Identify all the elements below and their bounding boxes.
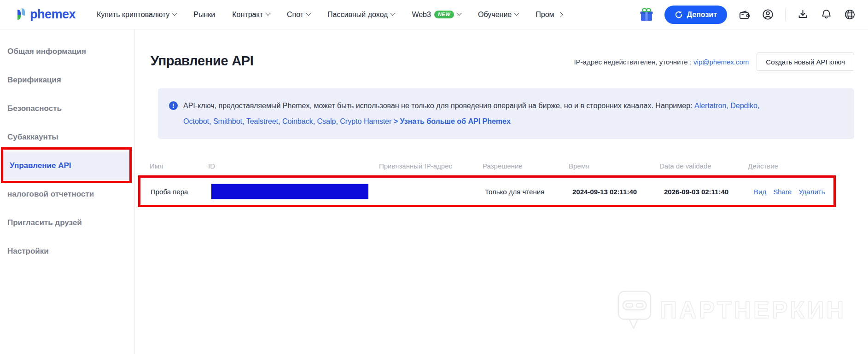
- api-key-name: Проба пера: [151, 187, 188, 195]
- banner-line-1: API-ключ, предоставляемый Phemex, может …: [183, 98, 759, 114]
- watermark: ПАРТНЕРКИН: [617, 290, 846, 330]
- sidebar-item-security[interactable]: Безопасность: [0, 94, 134, 123]
- api-key-table-row: Проба пера Только для чтения 2024-09-13 …: [138, 175, 836, 207]
- column-header-name: Имя: [150, 162, 163, 170]
- nav-passive-income[interactable]: Пассивный доход: [327, 11, 395, 19]
- deposit-refresh-icon: [675, 11, 683, 19]
- nav-web3[interactable]: Web3 NEW: [412, 11, 461, 19]
- partner-links[interactable]: Octobot, Smithbot, Tealstreet, Coinback,…: [183, 117, 394, 125]
- title-right-group: IP-адрес недействителен, уточните : vip@…: [574, 52, 854, 71]
- chevron-down-icon: [306, 11, 311, 16]
- chevron-down-icon: [172, 11, 177, 16]
- sidebar-item-subaccounts[interactable]: Субаккаунты: [0, 123, 134, 151]
- sidebar-item-tax-reporting[interactable]: налоговой отчетности: [0, 180, 134, 209]
- sidebar-item-invite-friends[interactable]: Пригласить друзей: [0, 209, 134, 237]
- column-header-permission: Разрешение: [483, 162, 523, 170]
- nav-contract[interactable]: Контракт: [232, 11, 270, 19]
- nav-learn[interactable]: Обучение: [478, 11, 518, 19]
- sidebar-item-api-management[interactable]: Управление API: [2, 151, 130, 180]
- sidebar-item-settings[interactable]: Настройки: [0, 237, 134, 266]
- api-key-permission: Только для чтения: [485, 187, 544, 195]
- view-link[interactable]: Вид: [754, 187, 766, 195]
- main-nav: Купить криптовалюту Рынки Контракт Спот …: [97, 11, 562, 19]
- delete-link[interactable]: Удалить: [798, 187, 825, 195]
- profile-icon[interactable]: [762, 8, 774, 21]
- banner-text: API-ключ, предоставляемый Phemex, может …: [183, 98, 759, 129]
- page: phemex Купить криптовалюту Рынки Контрак…: [0, 0, 868, 354]
- chevron-down-icon: [390, 11, 396, 16]
- api-table-header: Имя ID Привязанный IP-адрес Разрешение В…: [135, 159, 868, 175]
- wallet-icon[interactable]: [738, 8, 751, 21]
- share-link[interactable]: Share: [773, 187, 792, 195]
- main-content: Управление API IP-адрес недействителен, …: [135, 29, 868, 354]
- info-icon: [169, 101, 178, 110]
- chevron-down-icon: [456, 11, 461, 16]
- column-header-time: Время: [569, 162, 589, 170]
- ip-invalid-note: IP-адрес недействителен, уточните : vip@…: [574, 58, 749, 66]
- create-api-key-button[interactable]: Создать новый API ключ: [757, 52, 854, 71]
- column-header-id: ID: [208, 162, 215, 170]
- support-email-link[interactable]: vip@phemex.com: [693, 58, 749, 66]
- sidebar-menu: Общая информация Верификация Безопасност…: [0, 37, 134, 266]
- header-divider: [785, 9, 786, 21]
- deposit-button[interactable]: Депозит: [664, 6, 727, 24]
- partner-links[interactable]: Alertatron, Depdiko,: [694, 102, 759, 110]
- column-header-action: Действие: [748, 162, 778, 170]
- api-key-validity-date: 2026-09-03 02:11:40: [664, 187, 728, 195]
- nav-promo[interactable]: Пром: [536, 11, 562, 19]
- download-icon[interactable]: [797, 8, 809, 21]
- watermark-text: ПАРТНЕРКИН: [660, 296, 846, 324]
- learn-more-api-link[interactable]: > Узнать больше об API Phemex: [394, 117, 511, 125]
- header-right-cluster: Депозит: [640, 6, 856, 24]
- sidebar: Общая информация Верификация Безопасност…: [0, 29, 135, 354]
- api-key-id-redacted: [211, 184, 368, 199]
- api-key-actions: Вид Share Удалить: [754, 187, 825, 195]
- banner-line-2: Octobot, Smithbot, Tealstreet, Coinback,…: [183, 114, 759, 129]
- chevron-down-icon: [265, 11, 270, 16]
- gift-icon[interactable]: [640, 7, 653, 22]
- sidebar-item-verification[interactable]: Верификация: [0, 66, 134, 94]
- chevron-down-icon: [514, 11, 519, 16]
- nav-markets[interactable]: Рынки: [193, 11, 215, 19]
- phemex-logo-text: phemex: [30, 7, 76, 22]
- globe-icon[interactable]: [844, 8, 856, 21]
- bell-icon[interactable]: [820, 8, 833, 21]
- nav-buy-crypto[interactable]: Купить криптовалюту: [97, 11, 176, 19]
- chevron-right-icon: [558, 12, 563, 17]
- sidebar-item-general-info[interactable]: Общая информация: [0, 37, 134, 66]
- column-header-bound-ip: Привязанный IP-адрес: [379, 162, 452, 170]
- new-badge: NEW: [434, 11, 454, 18]
- api-key-created-time: 2024-09-13 02:11:40: [572, 187, 637, 195]
- phemex-logo[interactable]: phemex: [16, 7, 76, 22]
- top-navbar: phemex Купить криптовалюту Рынки Контрак…: [0, 0, 868, 29]
- column-header-validity: Data de validade: [659, 162, 711, 170]
- page-title: Управление API: [151, 53, 254, 69]
- api-info-banner: API-ключ, предоставляемый Phemex, может …: [158, 88, 854, 139]
- phemex-logo-icon: [16, 8, 27, 22]
- watermark-logo-icon: [617, 290, 652, 330]
- nav-spot[interactable]: Спот: [287, 11, 310, 19]
